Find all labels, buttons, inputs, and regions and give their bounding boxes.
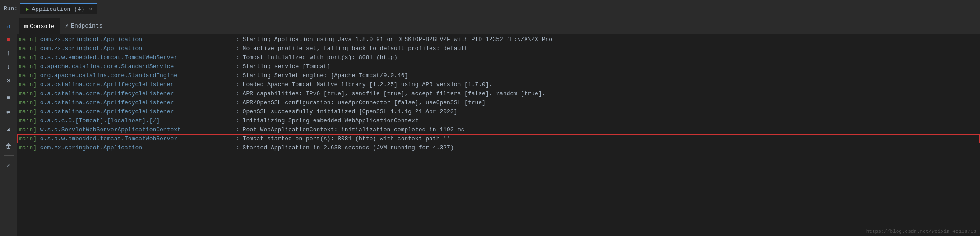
log-message: : Starting Servlet engine: [Apache Tomca…	[236, 71, 408, 80]
jump-button[interactable]: ↗	[2, 158, 15, 171]
divider-2	[4, 120, 14, 120]
log-classname: o.a.catalina.core.AprLifecycleListener	[40, 108, 174, 115]
log-thread: main]	[19, 135, 37, 142]
log-classname: o.s.b.w.embedded.tomcat.TomcatWebServer	[40, 54, 177, 61]
table-row: main] o.apache.catalina.core.StandardSer…	[17, 62, 980, 71]
log-prefix: main] o.a.catalina.core.AprLifecycleList…	[19, 80, 236, 89]
log-classname: o.a.catalina.core.AprLifecycleListener	[40, 99, 174, 106]
log-thread: main]	[19, 90, 37, 97]
log-prefix: main] o.a.c.c.C.[Tomcat].[localhost].[/]	[19, 116, 236, 125]
tab-run-icon: ▶	[26, 6, 29, 13]
run-label: Run:	[4, 5, 18, 12]
table-row: main] o.s.b.w.embedded.tomcat.TomcatWebS…	[17, 53, 980, 62]
title-bar: Run: ▶ Application (4) ×	[0, 0, 980, 18]
log-message: : Loaded Apache Tomcat Native library [1…	[236, 80, 493, 89]
divider-4	[4, 155, 14, 156]
log-classname: org.apache.catalina.core.StandardEngine	[40, 72, 177, 79]
active-tab[interactable]: ▶ Application (4) ×	[20, 3, 97, 14]
divider-3	[4, 138, 14, 138]
table-row: main] o.a.catalina.core.AprLifecycleList…	[17, 98, 980, 107]
log-classname: o.a.c.c.C.[Tomcat].[localhost].[/]	[40, 117, 160, 124]
log-message: : Starting service [Tomcat]	[236, 62, 331, 71]
log-message: : Tomcat initialized with port(s): 8081 …	[236, 53, 398, 62]
log-thread: main]	[19, 54, 37, 61]
log-message: : APR capabilities: IPv6 [true], sendfil…	[236, 89, 545, 98]
table-row: main] com.zx.springboot.Application: Sta…	[17, 35, 980, 44]
log-prefix: main] org.apache.catalina.core.StandardE…	[19, 71, 236, 80]
tab-label: Application (4)	[32, 6, 84, 13]
table-row: main] org.apache.catalina.core.StandardE…	[17, 71, 980, 80]
table-row: main] o.a.catalina.core.AprLifecycleList…	[17, 89, 980, 98]
log-classname: o.apache.catalina.core.StandardService	[40, 63, 174, 70]
tab-endpoints[interactable]: ⚡ Endpoints	[60, 18, 108, 34]
log-message: : Started Application in 2.638 seconds (…	[236, 143, 454, 153]
restart-button[interactable]: ↺	[2, 20, 15, 32]
log-message: : Root WebApplicationContext: initializa…	[236, 125, 464, 134]
table-row: main] o.a.catalina.core.AprLifecycleList…	[17, 80, 980, 89]
log-prefix: main] o.a.catalina.core.AprLifecycleList…	[19, 98, 236, 107]
table-row: main] com.zx.springboot.Application: Sta…	[17, 143, 980, 153]
snapshot-button[interactable]: ⊙	[2, 74, 15, 87]
log-classname: com.zx.springboot.Application	[40, 36, 142, 43]
log-prefix: main] w.s.c.ServletWebServerApplicationC…	[19, 125, 236, 134]
table-row: main] w.s.c.ServletWebServerApplicationC…	[17, 125, 980, 134]
log-thread: main]	[19, 36, 37, 43]
log-thread: main]	[19, 117, 37, 124]
log-classname: o.a.catalina.core.AprLifecycleListener	[40, 81, 174, 88]
table-row: main] o.a.c.c.C.[Tomcat].[localhost].[/]…	[17, 116, 980, 125]
filter-button[interactable]: ≡	[2, 92, 15, 104]
wrap-button[interactable]: ⇌	[2, 105, 15, 118]
console-icon: ▤	[24, 23, 28, 30]
table-row: main] o.s.b.w.embedded.tomcat.TomcatWebS…	[17, 134, 980, 143]
log-message: : APR/OpenSSL configuration: useAprConne…	[236, 98, 485, 107]
scroll-down-button[interactable]: ↓	[2, 60, 15, 73]
table-row: main] o.a.catalina.core.AprLifecycleList…	[17, 107, 980, 116]
log-prefix: main] o.a.catalina.core.AprLifecycleList…	[19, 89, 236, 98]
log-prefix: main] o.s.b.w.embedded.tomcat.TomcatWebS…	[19, 53, 236, 62]
log-classname: com.zx.springboot.Application	[40, 45, 142, 52]
print-button[interactable]: ⊡	[2, 123, 15, 135]
log-classname: com.zx.springboot.Application	[40, 144, 142, 151]
endpoints-icon: ⚡	[65, 23, 69, 29]
main-area: ↺ ■ ↑ ↓ ⊙ ≡ ⇌ ⊡ 🗑 ↗ ▤ Console ⚡ Endpoint…	[0, 18, 980, 236]
log-message: : Starting Application using Java 1.8.0_…	[236, 35, 552, 44]
watermark: https://blog.csdn.net/weixin_42168713	[866, 229, 976, 234]
divider-1	[4, 89, 14, 89]
log-classname: o.s.b.w.embedded.tomcat.TomcatWebServer	[40, 135, 177, 142]
stop-button[interactable]: ■	[2, 33, 15, 46]
log-thread: main]	[19, 108, 37, 115]
tab-console[interactable]: ▤ Console	[19, 18, 60, 34]
content-right: ▤ Console ⚡ Endpoints main] com.zx.sprin…	[17, 18, 980, 236]
log-prefix: main] com.zx.springboot.Application	[19, 143, 236, 153]
log-prefix: main] com.zx.springboot.Application	[19, 44, 236, 53]
log-thread: main]	[19, 126, 37, 133]
log-prefix: main] com.zx.springboot.Application	[19, 35, 236, 44]
log-message: : Initializing Spring embedded WebApplic…	[236, 116, 419, 125]
console-output[interactable]: main] com.zx.springboot.Application: Sta…	[17, 34, 980, 236]
sub-tabs-bar: ▤ Console ⚡ Endpoints	[17, 18, 980, 34]
log-thread: main]	[19, 99, 37, 106]
left-toolbar: ↺ ■ ↑ ↓ ⊙ ≡ ⇌ ⊡ 🗑 ↗	[0, 18, 17, 236]
scroll-up-button[interactable]: ↑	[2, 47, 15, 60]
log-thread: main]	[19, 144, 37, 151]
log-thread: main]	[19, 63, 37, 70]
log-message: : No active profile set, falling back to…	[236, 44, 468, 53]
console-tab-label: Console	[30, 23, 55, 30]
log-prefix: main] o.s.b.w.embedded.tomcat.TomcatWebS…	[19, 134, 236, 143]
log-message: : OpenSSL successfully initialized [Open…	[236, 107, 457, 116]
log-thread: main]	[19, 81, 37, 88]
log-prefix: main] o.apache.catalina.core.StandardSer…	[19, 62, 236, 71]
clear-button[interactable]: 🗑	[2, 140, 15, 153]
tab-close-icon[interactable]: ×	[89, 7, 92, 12]
log-classname: w.s.c.ServletWebServerApplicationContext	[40, 126, 181, 133]
endpoints-tab-label: Endpoints	[71, 23, 102, 29]
log-message: : Tomcat started on port(s): 8081 (http)…	[236, 134, 450, 143]
log-prefix: main] o.a.catalina.core.AprLifecycleList…	[19, 107, 236, 116]
log-thread: main]	[19, 45, 37, 52]
table-row: main] com.zx.springboot.Application: No …	[17, 44, 980, 53]
log-classname: o.a.catalina.core.AprLifecycleListener	[40, 90, 174, 97]
log-thread: main]	[19, 72, 37, 79]
